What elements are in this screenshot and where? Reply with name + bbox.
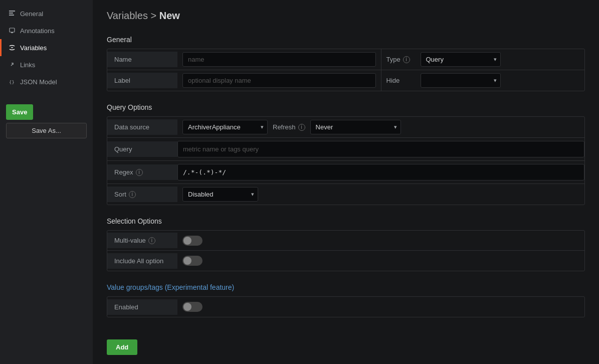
general-section: General Name Type i Query Interval [107,36,585,91]
hide-label: Hide [386,77,417,84]
main-content: Variables > New General Name Type i [93,0,599,364]
include-all-row: Include All option [107,251,584,271]
sidebar-item-json-model[interactable]: {} JSON Model [0,73,93,90]
sidebar: General Annotations Variables Links {} J… [0,0,93,364]
label-field-container [177,70,381,91]
type-select-wrapper: Query Interval Datasource Custom Constan… [421,52,501,67]
sort-select[interactable]: Disabled Alphabetical (asc) Alphabetical… [182,187,258,202]
svg-text:{}: {} [9,80,15,85]
label-hide-row: Label Hide Label Variable [107,70,584,91]
name-field-container [177,49,381,70]
refresh-label: Refresh i [273,123,305,131]
query-label: Query [107,141,177,157]
multi-value-info-icon: i [148,237,155,244]
save-as-button[interactable]: Save As... [6,123,87,138]
enabled-field [177,299,584,315]
multi-value-label-cell: Multi-value i [107,233,177,248]
sidebar-item-general-label: General [20,10,43,18]
query-options-section: Query Options Data source ArchiverApplia… [107,103,585,205]
sidebar-item-general[interactable]: General [0,5,93,22]
include-all-toggle[interactable] [182,256,203,266]
never-select-wrapper: Never On Dashboard Load On Time Range Ch… [310,120,401,134]
general-section-title: General [107,36,585,44]
selection-options-form: Multi-value i Include All option [107,230,585,271]
enabled-toggle[interactable] [182,302,203,312]
datasource-row: Data source ArchiverAppliance Refresh i … [107,117,584,138]
value-groups-section: Value groups/tags (Experimental feature)… [107,283,585,317]
sort-info-icon: i [129,191,136,198]
general-icon [8,10,16,18]
selection-options-section: Selection Options Multi-value i Include … [107,217,585,271]
hide-field-container: Hide Label Variable [381,70,585,91]
save-button[interactable]: Save [6,104,33,120]
sidebar-item-annotations-label: Annotations [20,27,55,35]
include-all-field [177,253,584,269]
variables-icon [8,44,16,52]
label-label: Label [107,73,177,88]
query-row: Query [107,138,584,161]
regex-field [177,161,584,184]
query-options-form: Data source ArchiverAppliance Refresh i … [107,116,585,205]
type-info-icon: i [403,56,410,63]
svg-rect-4 [11,32,13,33]
refresh-info-icon: i [298,124,305,131]
hide-select[interactable]: Label Variable [421,73,501,88]
regex-label-cell: Regex i [107,164,177,180]
sidebar-item-json-model-label: JSON Model [20,78,57,86]
value-groups-form: Enabled [107,296,585,317]
type-field-container: Type i Query Interval Datasource Custom … [381,49,585,70]
sort-label-cell: Sort i [107,187,177,202]
sort-row: Sort i Disabled Alphabetical (asc) Alpha… [107,184,584,205]
regex-input[interactable] [177,164,584,180]
svg-rect-0 [9,11,15,12]
value-groups-title: Value groups/tags (Experimental feature) [107,283,585,291]
name-input[interactable] [182,52,376,67]
regex-row: Regex i [107,161,584,184]
multi-value-row: Multi-value i [107,231,584,251]
json-model-icon: {} [8,78,16,86]
type-label: Type i [386,56,417,63]
links-icon [8,61,16,69]
hide-select-wrapper: Label Variable [421,73,501,88]
svg-rect-2 [9,15,14,16]
sidebar-item-links[interactable]: Links [0,56,93,73]
query-field [177,138,584,160]
enabled-label-cell: Enabled [107,299,177,315]
datasource-select[interactable]: ArchiverAppliance [182,120,268,134]
page-title: Variables > New [107,10,585,22]
enabled-row: Enabled [107,297,584,317]
datasource-label: Data source [107,119,177,135]
multi-value-toggle[interactable] [182,236,203,246]
sidebar-item-variables[interactable]: Variables [0,39,93,56]
query-input[interactable] [177,141,584,157]
name-type-row: Name Type i Query Interval Datasource [107,49,584,70]
add-button[interactable]: Add [107,339,137,355]
datasource-select-wrapper: ArchiverAppliance [182,120,268,134]
svg-rect-1 [9,13,13,14]
sidebar-item-links-label: Links [20,61,35,69]
general-form: Name Type i Query Interval Datasource [107,49,585,91]
refresh-select[interactable]: Never On Dashboard Load On Time Range Ch… [310,120,401,134]
label-input[interactable] [182,73,376,88]
type-select[interactable]: Query Interval Datasource Custom Constan… [421,52,501,67]
svg-rect-3 [10,28,15,32]
regex-info-icon: i [136,169,143,176]
datasource-field: ArchiverAppliance Refresh i Never On Das… [177,117,584,137]
sort-select-wrapper: Disabled Alphabetical (asc) Alphabetical… [182,187,258,202]
name-label: Name [107,52,177,67]
query-options-title: Query Options [107,103,585,111]
include-all-label-cell: Include All option [107,253,177,269]
selection-options-title: Selection Options [107,217,585,225]
multi-value-field [177,233,584,249]
sidebar-item-annotations[interactable]: Annotations [0,22,93,39]
sort-field: Disabled Alphabetical (asc) Alphabetical… [177,184,584,205]
sidebar-item-variables-label: Variables [20,44,47,52]
annotations-icon [8,27,16,35]
